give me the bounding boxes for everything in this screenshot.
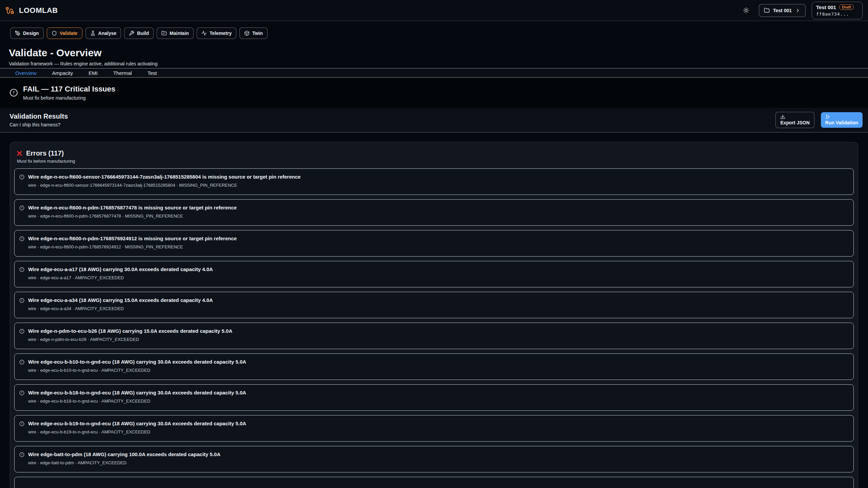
nav-button-design[interactable]: Design <box>10 27 44 39</box>
error-meta: wire · edge-n-ecu-ft600-n-pdm-1768576924… <box>28 244 237 249</box>
folder-icon <box>161 30 167 36</box>
error-card[interactable]: Wire edge-n-ecu-ft600-n-pdm-176857687747… <box>14 199 854 226</box>
nav-label: Build <box>137 30 149 36</box>
alert-circle-icon <box>19 267 24 272</box>
error-card-partial[interactable] <box>14 477 854 488</box>
subtab-thermal[interactable]: Thermal <box>113 70 132 76</box>
download-icon <box>780 114 785 119</box>
alert-circle-icon <box>9 88 18 97</box>
validation-results-header: Validation Results Can I ship this harne… <box>0 108 868 133</box>
error-title: Wire edge-ecu-a-a34 (18 AWG) carrying 15… <box>28 298 213 303</box>
project-status-card: Test 001 Draft ff8ae734... <box>812 2 863 19</box>
subtab-bar: Overview Ampacity EMI Thermal Test <box>0 68 868 78</box>
alert-circle-icon <box>19 205 24 210</box>
error-card[interactable]: Wire edge-n-ecu-ft600-n-pdm-176857692491… <box>14 230 854 257</box>
subtab-ampacity[interactable]: Ampacity <box>52 70 73 76</box>
flask-icon <box>90 30 96 36</box>
error-title: Wire edge-n-ecu-ft600-sensor-17666459731… <box>28 174 301 180</box>
nav-button-build[interactable]: Build <box>124 27 154 39</box>
error-meta: wire · edge-batt-to-pdm · AMPACITY_EXCEE… <box>28 460 220 465</box>
module-nav: Design Validate Analyse Build <box>0 21 868 39</box>
alert-circle-icon <box>19 390 24 395</box>
package-icon <box>244 30 250 36</box>
nav-label: Design <box>23 30 39 36</box>
error-title: Wire edge-n-pdm-to-ecu-b26 (18 AWG) carr… <box>28 328 232 334</box>
error-meta: wire · edge-ecu-b-b18-to-n-gnd-ecu · AMP… <box>28 399 246 404</box>
nav-label: Telemetry <box>210 30 232 36</box>
error-title: Wire edge-ecu-b-b19-to-n-gnd-ecu (18 AWG… <box>28 421 246 426</box>
sun-icon <box>743 7 749 14</box>
alert-circle-icon <box>19 360 24 365</box>
error-card[interactable]: Wire edge-ecu-b-b19-to-n-gnd-ecu (18 AWG… <box>14 415 854 442</box>
error-meta: wire · edge-ecu-a-a17 · AMPACITY_EXCEEDE… <box>28 275 213 280</box>
error-title: Wire edge-ecu-b-b10-to-n-gnd-ecu (18 AWG… <box>28 359 246 365</box>
error-card[interactable]: Wire edge-batt-to-pdm (18 AWG) carrying … <box>14 446 854 472</box>
export-json-button[interactable]: Export JSON <box>775 112 814 128</box>
nav-button-validate[interactable]: Validate <box>47 27 82 39</box>
fail-subtitle: Must fix before manufacturing <box>23 95 115 101</box>
nav-label: Twin <box>252 30 263 36</box>
error-title: Wire edge-ecu-b-b18-to-n-gnd-ecu (18 AWG… <box>28 390 246 395</box>
error-meta: wire · edge-ecu-b-b19-to-n-gnd-ecu · AMP… <box>28 429 246 434</box>
project-switcher-button[interactable]: Test 001 <box>759 4 806 17</box>
error-list: Wire edge-n-ecu-ft600-sensor-17666459731… <box>14 168 854 488</box>
nav-button-maintain[interactable]: Maintain <box>157 27 194 39</box>
nav-button-twin[interactable]: Twin <box>239 27 268 39</box>
app-title: LOOMLAB <box>19 6 58 15</box>
page-head: Validate - Overview Validation framework… <box>0 39 868 68</box>
error-card[interactable]: Wire edge-n-ecu-ft600-sensor-17666459731… <box>14 168 854 195</box>
nav-label: Maintain <box>170 30 189 36</box>
wrench-icon <box>129 30 134 36</box>
theme-toggle-button[interactable] <box>743 7 749 14</box>
nav-button-telemetry[interactable]: Telemetry <box>197 27 236 39</box>
error-card[interactable]: Wire edge-ecu-a-a17 (18 AWG) carrying 30… <box>14 261 854 287</box>
errors-panel: Errors (117) Must fix before manufacturi… <box>10 142 858 488</box>
play-icon <box>825 114 830 119</box>
error-meta: wire · edge-n-ecu-ft600-sensor-176664597… <box>28 183 301 188</box>
error-meta: wire · edge-n-pdm-to-ecu-b26 · AMPACITY_… <box>28 337 232 342</box>
project-hash: ff8ae734... <box>816 12 858 17</box>
errors-section: Errors (117) Must fix before manufacturi… <box>0 133 868 488</box>
alert-circle-icon <box>19 329 24 334</box>
export-json-label: Export JSON <box>780 120 809 126</box>
app-header: LOOMLAB Test 001 Test 001 Draft <box>0 0 868 21</box>
subtab-test[interactable]: Test <box>147 70 157 76</box>
validation-status-banner: FAIL — 117 Critical Issues Must fix befo… <box>0 78 868 108</box>
shield-icon <box>52 30 57 36</box>
error-title: Wire edge-batt-to-pdm (18 AWG) carrying … <box>28 452 220 457</box>
error-title: Wire edge-n-ecu-ft600-n-pdm-176857687747… <box>28 205 237 210</box>
nav-label: Analyse <box>98 30 117 36</box>
error-title: Wire edge-n-ecu-ft600-n-pdm-176857692491… <box>28 236 237 241</box>
results-title: Validation Results <box>9 113 68 120</box>
errors-subtitle: Must fix before manufacturing <box>16 159 852 164</box>
nav-label: Validate <box>60 30 78 36</box>
page-title: Validate - Overview <box>9 47 868 59</box>
error-card[interactable]: Wire edge-ecu-b-b18-to-n-gnd-ecu (18 AWG… <box>14 384 854 411</box>
cable-logo-icon <box>5 6 14 15</box>
pen-tool-icon <box>15 30 20 36</box>
error-title: Wire edge-ecu-a-a17 (18 AWG) carrying 30… <box>28 267 213 272</box>
folder-icon <box>764 7 770 13</box>
red-x-icon <box>16 150 23 157</box>
alert-circle-icon <box>19 452 24 457</box>
subtab-overview[interactable]: Overview <box>15 70 37 76</box>
results-subtitle: Can I ship this harness? <box>9 122 68 127</box>
chevron-right-icon <box>795 8 801 13</box>
run-validation-label: Run Validation <box>825 120 858 126</box>
error-card[interactable]: Wire edge-n-pdm-to-ecu-b26 (18 AWG) carr… <box>14 323 854 349</box>
alert-circle-icon <box>19 236 24 241</box>
errors-panel-header: Errors (117) Must fix before manufacturi… <box>14 146 854 164</box>
alert-circle-icon <box>19 298 24 303</box>
draft-status-badge: Draft <box>839 4 854 10</box>
run-validation-button[interactable]: Run Validation <box>821 112 863 128</box>
error-card[interactable]: Wire edge-ecu-b-b10-to-n-gnd-ecu (18 AWG… <box>14 353 854 380</box>
fail-title: FAIL — 117 Critical Issues <box>23 85 115 93</box>
error-card[interactable]: Wire edge-ecu-a-a34 (18 AWG) carrying 15… <box>14 292 854 318</box>
project-name: Test 001 <box>816 4 836 10</box>
nav-button-analyse[interactable]: Analyse <box>85 27 121 39</box>
error-meta: wire · edge-n-ecu-ft600-n-pdm-1768576877… <box>28 214 237 219</box>
error-meta: wire · edge-ecu-b-b10-to-n-gnd-ecu · AMP… <box>28 368 246 373</box>
results-actions: Export JSON Run Validation <box>775 112 863 128</box>
subtab-emi[interactable]: EMI <box>88 70 98 76</box>
errors-title: Errors (117) <box>26 149 64 157</box>
